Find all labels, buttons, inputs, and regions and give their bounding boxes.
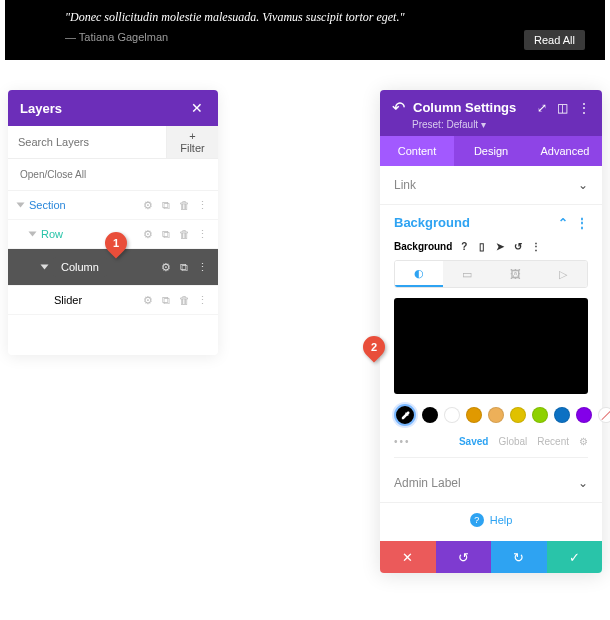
- more-icon[interactable]: ⋮: [578, 101, 590, 115]
- swatch-none[interactable]: [598, 407, 610, 423]
- eyedropper-icon[interactable]: [394, 404, 416, 426]
- layer-actions: ⚙ ⧉ 🗑 ⋮: [142, 199, 208, 211]
- undo-button[interactable]: ↺: [436, 541, 492, 573]
- duplicate-icon[interactable]: ⧉: [160, 199, 172, 211]
- redo-button[interactable]: ↻: [491, 541, 547, 573]
- back-icon[interactable]: ↶: [392, 98, 405, 117]
- trash-icon[interactable]: 🗑: [178, 228, 190, 240]
- layers-search-row: + Filter: [8, 126, 218, 159]
- more-icon[interactable]: ⋮: [196, 261, 208, 273]
- hover-icon[interactable]: ➤: [494, 240, 506, 252]
- more-icon[interactable]: ⋮: [530, 240, 542, 252]
- help-icon: ?: [470, 513, 484, 527]
- swatch[interactable]: [510, 407, 526, 423]
- search-input[interactable]: [8, 126, 166, 158]
- testimonial-banner: "Donec sollicitudin molestie malesuada. …: [5, 0, 605, 60]
- background-label: Background: [394, 241, 452, 252]
- bg-tab-video[interactable]: ▷: [539, 261, 587, 287]
- swatch[interactable]: [444, 407, 460, 423]
- testimonial-quote: "Donec sollicitudin molestie malesuada. …: [65, 10, 545, 25]
- bg-tab-color[interactable]: ◐: [395, 261, 443, 287]
- layer-actions: ⚙ ⧉ ⋮: [160, 261, 208, 273]
- save-button[interactable]: ✓: [547, 541, 603, 573]
- layer-label: Row: [41, 228, 63, 240]
- swatch[interactable]: [532, 407, 548, 423]
- bg-tab-image[interactable]: 🖼: [491, 261, 539, 287]
- tab-advanced[interactable]: Advanced: [528, 136, 602, 166]
- gear-icon[interactable]: ⚙: [142, 294, 154, 306]
- gear-icon[interactable]: ⚙: [160, 261, 172, 273]
- help-label: Help: [490, 514, 513, 526]
- duplicate-icon[interactable]: ⧉: [160, 228, 172, 240]
- read-all-button[interactable]: Read All: [524, 30, 585, 50]
- swatch-row: [394, 404, 588, 426]
- palette-recent[interactable]: Recent: [537, 436, 569, 447]
- testimonial-author: — Tatiana Gagelman: [65, 31, 545, 43]
- layer-label: Section: [29, 199, 66, 211]
- layer-actions: ⚙ ⧉ 🗑 ⋮: [142, 228, 208, 240]
- column-settings-panel: ↶ Column Settings ⤢ ◫ ⋮ Preset: Default …: [380, 90, 602, 573]
- tablet-icon[interactable]: ▯: [476, 240, 488, 252]
- duplicate-icon[interactable]: ⧉: [178, 261, 190, 273]
- more-icon[interactable]: ⋮: [196, 228, 208, 240]
- open-close-all[interactable]: Open/Close All: [8, 159, 218, 191]
- section-label: Admin Label: [394, 476, 461, 490]
- swatch[interactable]: [488, 407, 504, 423]
- layers-header: Layers ✕: [8, 90, 218, 126]
- chevron-up-icon[interactable]: ⌃: [558, 216, 568, 230]
- section-background: Background ⌃ ⋮ Background ? ▯ ➤ ↺ ⋮ ◐ ▭ …: [380, 205, 602, 464]
- caret-icon: [41, 265, 49, 270]
- section-admin-label[interactable]: Admin Label ⌄: [380, 464, 602, 503]
- swatch[interactable]: [466, 407, 482, 423]
- layers-title: Layers: [20, 101, 62, 116]
- background-preview: [394, 298, 588, 394]
- layer-row-slider[interactable]: Slider ⚙ ⧉ 🗑 ⋮: [8, 286, 218, 315]
- swatch[interactable]: [422, 407, 438, 423]
- filter-button[interactable]: + Filter: [166, 126, 218, 158]
- swatch[interactable]: [554, 407, 570, 423]
- palette-saved[interactable]: Saved: [459, 436, 488, 447]
- section-link[interactable]: Link ⌄: [380, 166, 602, 205]
- discard-button[interactable]: ✕: [380, 541, 436, 573]
- trash-icon[interactable]: 🗑: [178, 294, 190, 306]
- footer-actions: ✕ ↺ ↻ ✓: [380, 541, 602, 573]
- chevron-down-icon: ⌄: [578, 476, 588, 490]
- close-icon[interactable]: ✕: [188, 100, 206, 116]
- caret-icon: [29, 232, 37, 237]
- snap-icon[interactable]: ◫: [557, 101, 568, 115]
- bg-tab-gradient[interactable]: ▭: [443, 261, 491, 287]
- tab-design[interactable]: Design: [454, 136, 528, 166]
- gear-icon[interactable]: ⚙: [142, 199, 154, 211]
- chevron-down-icon: ⌄: [578, 178, 588, 192]
- settings-header: ↶ Column Settings ⤢ ◫ ⋮ Preset: Default …: [380, 90, 602, 136]
- swatch[interactable]: [576, 407, 592, 423]
- layer-actions: ⚙ ⧉ 🗑 ⋮: [142, 294, 208, 306]
- caret-icon: [17, 203, 25, 208]
- more-icon[interactable]: ⋮: [196, 294, 208, 306]
- tab-content[interactable]: Content: [380, 136, 454, 166]
- background-title: Background: [394, 215, 470, 230]
- more-icon[interactable]: ⋮: [196, 199, 208, 211]
- gear-icon[interactable]: ⚙: [579, 436, 588, 447]
- palette-source-row: ••• Saved Global Recent ⚙: [394, 432, 588, 458]
- settings-tabs: Content Design Advanced: [380, 136, 602, 166]
- layers-panel: Layers ✕ + Filter Open/Close All Section…: [8, 90, 218, 355]
- help-icon[interactable]: ?: [458, 240, 470, 252]
- settings-title: Column Settings: [413, 100, 529, 115]
- help-row[interactable]: ? Help: [380, 503, 602, 541]
- layer-label: Column: [53, 257, 107, 277]
- background-type-tabs: ◐ ▭ 🖼 ▷: [394, 260, 588, 288]
- more-icon[interactable]: •••: [394, 436, 411, 447]
- preset-label[interactable]: Preset: Default ▾: [392, 119, 590, 130]
- more-icon[interactable]: ⋮: [576, 216, 588, 230]
- trash-icon[interactable]: 🗑: [178, 199, 190, 211]
- section-label: Link: [394, 178, 416, 192]
- background-label-row: Background ? ▯ ➤ ↺ ⋮: [394, 240, 588, 252]
- gear-icon[interactable]: ⚙: [142, 228, 154, 240]
- reset-icon[interactable]: ↺: [512, 240, 524, 252]
- expand-icon[interactable]: ⤢: [537, 101, 547, 115]
- layer-row-section[interactable]: Section ⚙ ⧉ 🗑 ⋮: [8, 191, 218, 220]
- palette-global[interactable]: Global: [498, 436, 527, 447]
- duplicate-icon[interactable]: ⧉: [160, 294, 172, 306]
- layer-label: Slider: [54, 294, 82, 306]
